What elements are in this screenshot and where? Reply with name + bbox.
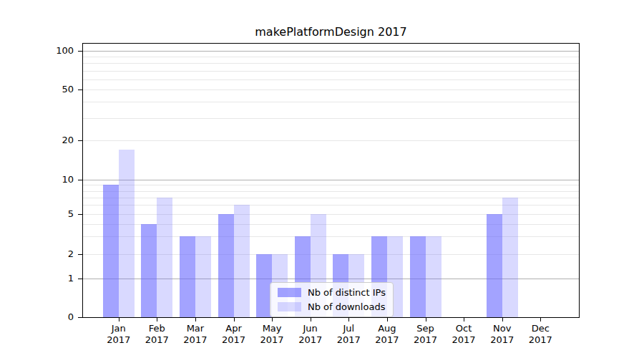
bar-sep-distinct-ips (410, 236, 426, 317)
bar-jan-downloads (119, 150, 135, 317)
y-tick-label-20: 20 (0, 135, 74, 145)
legend: Nb of distinct IPs Nb of downloads (270, 282, 394, 317)
bar-nov-distinct-ips (487, 214, 502, 317)
minor-gridline-30 (82, 118, 580, 119)
y-tick-mark-1 (78, 279, 82, 279)
y-tick-mark-5 (78, 214, 82, 215)
x-tick-label-dec: Dec2017 (517, 323, 563, 346)
y-tick-label-50: 50 (0, 84, 74, 95)
minor-gridline-50 (82, 90, 580, 90)
y-tick-mark-0 (78, 317, 82, 318)
y-tick-label-2: 2 (0, 249, 74, 259)
minor-gridline-70 (82, 71, 580, 72)
bar-mar-downloads (195, 236, 211, 317)
y-tick-label-10: 10 (0, 175, 74, 185)
legend-item-distinct-ips: Nb of distinct IPs (278, 287, 386, 298)
minor-gridline-40 (82, 102, 580, 102)
bar-mar-distinct-ips (180, 236, 195, 317)
y-tick-label-100: 100 (0, 46, 74, 56)
y-tick-mark-10 (78, 180, 82, 180)
x-tick-mark-may (272, 318, 273, 321)
y-tick-mark-100 (78, 51, 82, 52)
bar-apr-downloads (234, 205, 250, 317)
bar-sep-downloads (426, 236, 441, 317)
minor-gridline-60 (82, 79, 580, 80)
x-tick-mark-jun (311, 318, 311, 321)
x-tick-mark-apr (234, 318, 235, 321)
x-tick-mark-sep (426, 318, 426, 321)
minor-gridline-20 (82, 140, 580, 141)
y-tick-mark-2 (78, 254, 82, 255)
y-tick-label-5: 5 (0, 209, 74, 219)
x-tick-mark-mar (195, 318, 196, 321)
y-tick-mark-50 (78, 90, 82, 90)
minor-gridline-8 (82, 191, 580, 192)
x-tick-mark-nov (502, 318, 503, 321)
major-gridline-100 (82, 51, 580, 52)
bar-apr-distinct-ips (218, 214, 234, 317)
plot-area (82, 43, 580, 318)
x-tick-mark-jan (119, 318, 119, 321)
bar-feb-downloads (157, 198, 172, 317)
minor-gridline-80 (82, 63, 580, 64)
legend-label-distinct-ips: Nb of distinct IPs (308, 287, 386, 298)
chart-title: makePlatformDesign 2017 (82, 26, 580, 39)
x-tick-mark-jul (348, 318, 349, 321)
bar-jan-distinct-ips (103, 185, 119, 317)
x-tick-mark-dec (540, 318, 541, 321)
bar-feb-distinct-ips (141, 224, 157, 317)
x-tick-mark-aug (387, 318, 388, 321)
major-gridline-10 (82, 180, 580, 180)
legend-item-downloads: Nb of downloads (278, 301, 386, 312)
x-tick-year: 2017 (517, 334, 563, 346)
bar-nov-downloads (502, 198, 518, 317)
minor-gridline-9 (82, 185, 580, 185)
x-tick-mark-feb (157, 318, 157, 321)
legend-swatch-downloads (278, 302, 301, 311)
figure: makePlatformDesign 2017 Nb of distinct I… (0, 0, 644, 358)
legend-swatch-distinct-ips (278, 288, 301, 297)
x-tick-month: Dec (517, 323, 563, 334)
minor-gridline-90 (82, 57, 580, 57)
y-tick-label-1: 1 (0, 274, 74, 284)
y-tick-mark-20 (78, 140, 82, 141)
x-tick-mark-oct (464, 318, 464, 321)
legend-label-downloads: Nb of downloads (308, 301, 385, 312)
y-tick-label-0: 0 (0, 312, 74, 322)
